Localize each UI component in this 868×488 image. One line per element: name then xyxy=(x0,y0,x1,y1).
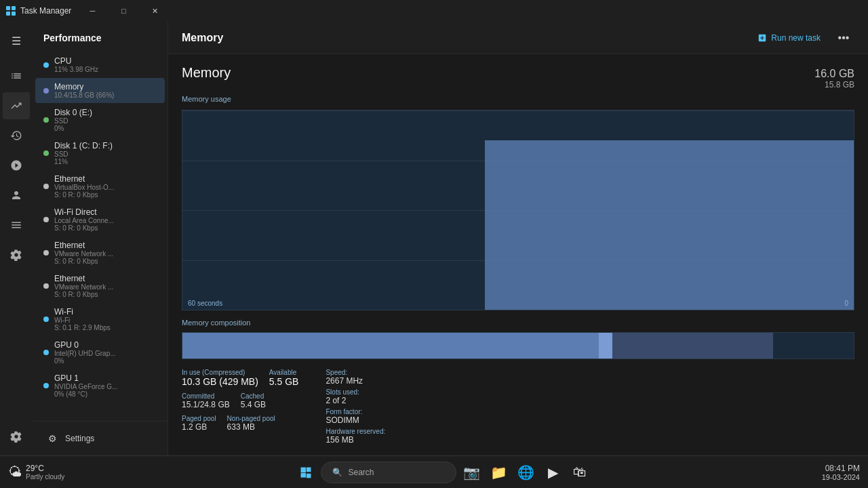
taskbar: 🌤 29°C Partly cloudy 🔍 Search 📷 📁 🌐 ▶ 🛍 … xyxy=(0,455,868,488)
memory-total-gb: 16.0 GB xyxy=(814,68,854,80)
sidebar-item-ethernet3[interactable]: Ethernet VMware Network ... S: 0 R: 0 Kb… xyxy=(35,270,165,302)
sidebar-settings: ⚙ Settings xyxy=(33,421,167,455)
speed-label: Speed: xyxy=(326,369,363,376)
in-use-label: In use (Compressed) xyxy=(182,369,258,376)
nav-startup-apps[interactable] xyxy=(3,152,30,179)
weather-icon: 🌤 xyxy=(8,464,22,480)
paged-pool-block: Paged pool 1.2 GB xyxy=(182,415,216,432)
svg-rect-3 xyxy=(12,12,16,16)
taskbar-right: 08:41 PM 19-03-2024 xyxy=(822,464,860,481)
committed-value: 15.1/24.8 GB xyxy=(182,400,230,409)
memory-area: Memory 16.0 GB 15.8 GB Memory usage 60 s… xyxy=(168,54,868,455)
weather-desc: Partly cloudy xyxy=(26,473,64,481)
taskbar-app-edge[interactable]: 🌐 xyxy=(513,460,538,485)
chart-fill xyxy=(485,140,854,310)
taskbar-time: 08:41 PM xyxy=(822,464,860,473)
taskbar-search[interactable]: 🔍 Search xyxy=(321,462,456,483)
hw-reserved-label: Hardware reserved: xyxy=(326,428,385,435)
non-paged-pool-label: Non-paged pool xyxy=(227,415,275,422)
available-value: 5.5 GB xyxy=(269,376,299,387)
weather-temp: 29°C xyxy=(26,464,64,473)
hamburger-menu[interactable]: ☰ xyxy=(3,27,30,54)
form-label: Form factor: xyxy=(326,408,362,415)
more-options-button[interactable]: ••• xyxy=(833,27,854,49)
stats-row-1: In use (Compressed) 10.3 GB (429 MB) Ava… xyxy=(182,369,298,387)
chart-usage-label: Memory usage xyxy=(182,95,854,103)
speed-value: 2667 MHz xyxy=(326,376,363,386)
in-use-block: In use (Compressed) 10.3 GB (429 MB) xyxy=(182,369,258,387)
form-value: SODIMM xyxy=(326,415,362,425)
menu-icon: ☰ xyxy=(12,35,21,47)
run-new-task-button[interactable]: Run new task xyxy=(751,29,827,47)
search-label: Search xyxy=(348,468,374,477)
start-button[interactable] xyxy=(294,460,318,485)
taskbar-app-photos[interactable]: 📷 xyxy=(459,460,484,485)
sidebar-item-cpu[interactable]: CPU 11% 3.98 GHz xyxy=(35,52,165,77)
stats-right: Speed: 2667 MHz Slots used: 2 of 2 Form … xyxy=(326,369,385,445)
hw-reserved-value: 156 MB xyxy=(326,435,385,445)
device-list: CPU 11% 3.98 GHz Memory 10.4/15.8 GB (66… xyxy=(33,49,167,421)
comp-standby xyxy=(612,333,774,359)
nav-rail: ☰ xyxy=(0,22,33,455)
nav-processes[interactable] xyxy=(3,62,30,89)
sidebar-item-disk0[interactable]: Disk 0 (E:) SSD 0% xyxy=(35,104,165,136)
nav-performance[interactable] xyxy=(3,92,30,119)
titlebar-title: Task Manager xyxy=(20,6,71,16)
close-button[interactable]: ✕ xyxy=(139,0,170,22)
sidebar-item-gpu1[interactable]: GPU 1 NVIDIA GeForce G... 0% (48 °C) xyxy=(35,369,165,402)
maximize-button[interactable]: □ xyxy=(108,0,139,22)
committed-label: Committed xyxy=(182,392,230,400)
settings-item[interactable]: ⚙ Settings xyxy=(38,428,162,449)
chart-time-start: 60 seconds xyxy=(188,300,222,307)
sidebar-item-gpu0[interactable]: GPU 0 Intel(R) UHD Grap... 0% xyxy=(35,336,165,369)
nav-settings[interactable] xyxy=(3,423,30,450)
slots-block: Slots used: 2 of 2 xyxy=(326,388,359,405)
available-label: Available xyxy=(269,369,299,376)
available-block: Available 5.5 GB xyxy=(269,369,299,387)
nav-users[interactable] xyxy=(3,182,30,209)
memory-title-row: Memory 16.0 GB 15.8 GB xyxy=(182,65,854,89)
composition-label: Memory composition xyxy=(182,319,854,327)
sidebar-item-disk1[interactable]: Disk 1 (C: D: F:) SSD 11% xyxy=(35,137,165,169)
stats-row-2: Committed 15.1/24.8 GB Cached 5.4 GB xyxy=(182,392,298,409)
stats-section: In use (Compressed) 10.3 GB (429 MB) Ava… xyxy=(182,369,854,445)
run-new-task-label: Run new task xyxy=(771,33,821,43)
svg-rect-2 xyxy=(6,12,10,16)
taskbar-app-media[interactable]: ▶ xyxy=(540,460,565,485)
slots-value: 2 of 2 xyxy=(326,396,359,405)
slots-label: Slots used: xyxy=(326,388,359,396)
paged-pool-label: Paged pool xyxy=(182,415,216,422)
sidebar-item-wifi[interactable]: Wi-Fi Wi-Fi S: 0.1 R: 2.9 Mbps xyxy=(35,303,165,336)
paged-pool-value: 1.2 GB xyxy=(182,422,216,432)
composition-bar xyxy=(182,332,854,359)
search-icon: 🔍 xyxy=(332,468,342,477)
taskbar-weather: 🌤 29°C Partly cloudy xyxy=(8,464,64,481)
main-actions: Run new task ••• xyxy=(751,27,854,49)
sidebar-item-memory[interactable]: Memory 10.4/15.8 GB (66%) xyxy=(35,78,165,103)
app-body: ☰ Performance xyxy=(0,22,868,455)
stats-row-3: Paged pool 1.2 GB Non-paged pool 633 MB xyxy=(182,415,298,432)
settings-label: Settings xyxy=(65,434,94,443)
svg-rect-0 xyxy=(6,6,10,10)
chart-time-end: 0 xyxy=(844,300,848,307)
nav-details[interactable] xyxy=(3,211,30,239)
form-block: Form factor: SODIMM xyxy=(326,408,362,425)
minimize-button[interactable]: ─ xyxy=(77,0,108,22)
taskbar-app-files[interactable]: 📁 xyxy=(486,460,511,485)
sidebar-item-ethernet2[interactable]: Ethernet VMware Network ... S: 0 R: 0 Kb… xyxy=(35,237,165,269)
settings-icon: ⚙ xyxy=(46,433,58,444)
in-use-value: 10.3 GB (429 MB) xyxy=(182,376,258,387)
committed-block: Committed 15.1/24.8 GB xyxy=(182,392,230,409)
taskbar-date: 19-03-2024 xyxy=(822,473,860,481)
sidebar: Performance CPU 11% 3.98 GHz Memory 10.4… xyxy=(33,22,168,455)
nav-app-history[interactable] xyxy=(3,122,30,149)
memory-title: Memory xyxy=(182,65,231,81)
comp-in-use xyxy=(182,333,599,359)
comp-free xyxy=(773,333,854,359)
sidebar-item-wifidirect[interactable]: Wi-Fi Direct Local Area Conne... S: 0 R:… xyxy=(35,203,165,236)
taskbar-app-store[interactable]: 🛍 xyxy=(568,460,592,485)
nav-services[interactable] xyxy=(3,241,30,268)
comp-modified xyxy=(599,333,612,359)
sidebar-item-ethernet1[interactable]: Ethernet VirtualBox Host-O... S: 0 R: 0 … xyxy=(35,170,165,203)
main-header: Memory Run new task ••• xyxy=(168,22,868,54)
